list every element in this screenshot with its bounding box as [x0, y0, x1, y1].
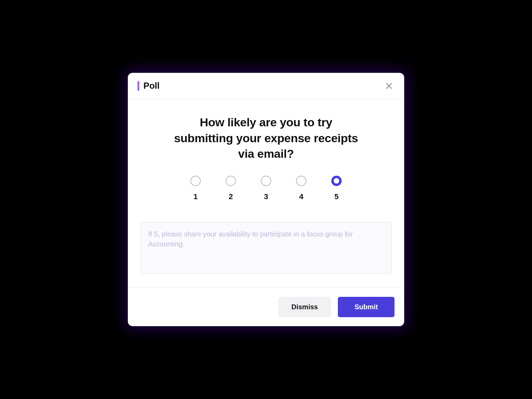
rating-label: 5 [334, 192, 339, 201]
poll-modal: Poll How likely are you to try submittin… [128, 73, 404, 327]
comment-input[interactable] [140, 222, 392, 274]
radio-icon [296, 176, 306, 186]
rating-option-5[interactable]: 5 [331, 176, 342, 201]
rating-option-1[interactable]: 1 [190, 176, 201, 201]
rating-option-2[interactable]: 2 [226, 176, 236, 201]
rating-option-3[interactable]: 3 [261, 176, 271, 201]
submit-button[interactable]: Submit [338, 297, 395, 317]
rating-option-4[interactable]: 4 [296, 176, 306, 201]
modal-body: How likely are you to try submitting you… [128, 99, 404, 288]
close-icon [385, 82, 393, 90]
rating-label: 2 [229, 192, 233, 201]
poll-question: How likely are you to try submitting you… [173, 115, 359, 162]
close-button[interactable] [383, 80, 395, 91]
radio-icon [226, 176, 236, 186]
radio-icon [261, 176, 271, 186]
rating-label: 4 [299, 192, 303, 201]
rating-row: 1 2 3 4 5 [140, 176, 392, 201]
title-wrap: Poll [137, 80, 160, 91]
modal-title: Poll [143, 80, 160, 91]
modal-footer: Dismiss Submit [128, 288, 404, 326]
rating-label: 3 [264, 192, 268, 201]
radio-icon [331, 176, 342, 186]
modal-header: Poll [128, 73, 404, 99]
rating-label: 1 [193, 192, 198, 201]
dismiss-button[interactable]: Dismiss [278, 297, 331, 317]
radio-icon [190, 176, 201, 186]
accent-bar [137, 81, 139, 91]
